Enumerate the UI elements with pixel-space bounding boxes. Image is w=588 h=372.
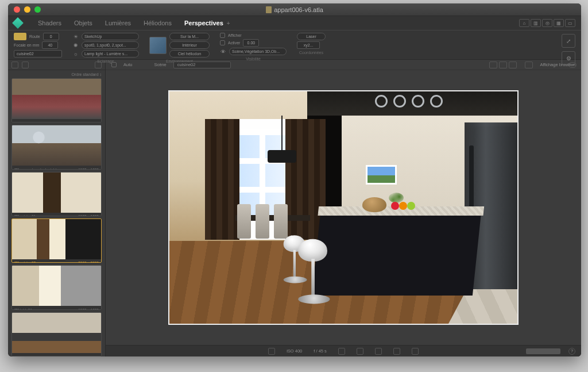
thumb-item[interactable]	[11, 312, 102, 356]
thumb-image	[12, 172, 101, 213]
laser-field[interactable]: Laser	[297, 33, 326, 40]
menu-objets[interactable]: Objets	[74, 20, 92, 26]
main-menubar: Shaders Objets Lumières Héliodons Perspe…	[8, 16, 581, 30]
activer-checkbox[interactable]	[220, 40, 225, 45]
group-eclairage: ☀ SketchUp ✺ spot0, 1,spot0, 2,spot... ☼…	[72, 33, 139, 58]
layout-icon[interactable]: ▥	[531, 19, 541, 27]
render-frame	[168, 90, 519, 325]
thumb-name: [P] table01	[14, 308, 32, 310]
thumbnail-panel: Ordre standard ↕ [P] vue_cuisine_de_la_t…	[8, 60, 106, 356]
render-viewer: Auto Scène cuisine02 Affichage brouillon	[106, 60, 581, 356]
mac-titlebar: appart006-v6.atla	[8, 3, 581, 16]
thumb-item[interactable]: [P] vue_cuisine_de_la_table1920 x 1080	[11, 78, 102, 122]
focale-label: Focale en mm	[14, 43, 39, 47]
sky-swatch[interactable]	[149, 37, 167, 54]
thumb-res: 1920 x 1080	[78, 214, 99, 216]
thumb-name: [P] vue_salon_de_la_table	[14, 168, 59, 170]
menu-perspectives[interactable]: Perspectives	[184, 20, 223, 26]
group-coordonnees: Laser xy2... Coordonnées	[297, 33, 326, 58]
activer-field[interactable]: 0.00	[243, 39, 259, 47]
bulb-icon[interactable]: ✺	[72, 42, 79, 48]
scene-label: Scène	[154, 62, 166, 67]
exposure-up-icon[interactable]	[375, 348, 382, 355]
scene-vis-field[interactable]: Scène,Végétation 3D,Ob...	[229, 48, 287, 55]
activer-label: Activer	[228, 41, 240, 45]
thumb-res: 1920 x 1080	[78, 121, 99, 123]
eye-icon[interactable]: 👁	[220, 48, 226, 55]
sort-dropdown[interactable]: Ordre standard ↕	[8, 70, 105, 78]
gear-icon[interactable]	[268, 348, 275, 355]
route-field[interactable]: 0	[43, 33, 59, 40]
menu-add-icon[interactable]: +	[227, 20, 230, 26]
canvas-wrap[interactable]	[106, 70, 581, 345]
iso-readout[interactable]: iSO 400	[287, 348, 302, 354]
thumb-image	[12, 266, 101, 306]
grid-icon[interactable]: ▦	[554, 19, 564, 27]
focale-field[interactable]: 40	[42, 41, 58, 49]
window-title: appart006-v6.atla	[8, 6, 581, 13]
expand-icon[interactable]: ⤢	[562, 34, 575, 48]
progress-bar	[526, 348, 560, 354]
vm-icon-1[interactable]	[489, 62, 497, 68]
scene-island	[312, 206, 482, 296]
thumb-item[interactable]: [P] table011920 x 1080	[11, 265, 102, 309]
thumb-name: [P] vue_cuisine_de_la_table	[14, 121, 61, 123]
thumb-item[interactable]: [P] vue_salon_de_la_table1920 x 1080	[11, 125, 102, 169]
viewer-topbar: Auto Scène cuisine02 Affichage brouillon	[106, 60, 581, 70]
group-visibilite: Afficher Activer0.00 👁Scène,Végétation 3…	[220, 33, 287, 58]
thumb-image	[12, 125, 101, 166]
vm-icon-4[interactable]	[525, 62, 533, 68]
help-icon[interactable]: ?	[568, 348, 575, 355]
app-window: appart006-v6.atla Shaders Objets Lumière…	[8, 3, 581, 356]
route-label: Route	[29, 34, 40, 39]
tone-icon[interactable]	[393, 348, 400, 355]
viewer-eye-icon[interactable]	[568, 62, 577, 68]
scene-pendant-light	[281, 116, 283, 150]
env-opt2[interactable]: Intérieur	[169, 41, 210, 49]
scene-ceiling-rings	[375, 95, 443, 108]
search-icon[interactable]	[11, 62, 18, 68]
scene-name-chip[interactable]: cuisine02	[173, 62, 231, 68]
vm-icon-3[interactable]	[509, 62, 517, 68]
shutter-readout[interactable]: f / 45 s	[314, 348, 327, 354]
menu-shaders[interactable]: Shaders	[38, 20, 61, 26]
thumb-list: [P] vue_cuisine_de_la_table1920 x 1080 […	[8, 78, 105, 356]
histogram-icon[interactable]	[338, 348, 345, 355]
thumb-item[interactable]: [P] cuisine011920 x 1080	[11, 172, 102, 216]
lamp-field[interactable]: Lamp light - Lumière s...	[82, 50, 139, 57]
wb-icon[interactable]	[412, 348, 419, 355]
viewer-bottombar: iSO 400 f / 45 s ?	[106, 345, 581, 356]
filter-icon[interactable]	[22, 62, 29, 68]
panel-icon[interactable]: ▭	[565, 19, 575, 27]
cart-icon[interactable]: ⌂	[519, 19, 529, 27]
engine-field[interactable]: SketchUp	[82, 33, 139, 40]
perspective-name-field[interactable]: cuisine02	[14, 50, 62, 57]
menu-heliodons[interactable]: Héliodons	[144, 20, 172, 26]
exposure-down-icon[interactable]	[357, 348, 363, 355]
menu-lumieres[interactable]: Lumières	[105, 20, 131, 26]
coord-label: Coordonnées	[297, 51, 326, 55]
thumb-image	[12, 79, 101, 119]
scene-counter-objects	[362, 202, 431, 213]
env-opt1[interactable]: Sur la M...	[169, 33, 210, 40]
xy-field[interactable]: xy2...	[297, 41, 320, 49]
document-icon	[266, 6, 272, 13]
auto-checkbox[interactable]	[111, 62, 117, 67]
inspector-toolbar: Route 0 Focale en mm 40 cuisine02 ☀ Sket…	[8, 30, 581, 60]
scene-stool	[298, 239, 331, 312]
scene-chair	[237, 204, 251, 239]
env-sky[interactable]: Ciel héliodon	[169, 50, 210, 57]
active-toggle[interactable]	[14, 33, 26, 40]
scene-wall-picture	[366, 165, 397, 185]
vm-icon-2[interactable]	[499, 62, 507, 68]
thumb-res: 3000 x 2000	[78, 261, 99, 263]
camera-icon[interactable]: ◎	[542, 19, 552, 27]
lamp-icon[interactable]: ☼	[72, 51, 79, 57]
thumb-item-selected[interactable]: [P] cuisine023000 x 2000	[11, 218, 102, 263]
content-row: Ordre standard ↕ [P] vue_cuisine_de_la_t…	[8, 60, 581, 356]
spots-field[interactable]: spot0, 1,spot0, 2,spot...	[82, 41, 139, 49]
afficher-checkbox[interactable]	[220, 33, 225, 38]
sun-icon[interactable]: ☀	[72, 33, 79, 40]
group-camera: Route 0 Focale en mm 40 cuisine02	[14, 33, 62, 58]
thumb-image	[12, 313, 101, 353]
